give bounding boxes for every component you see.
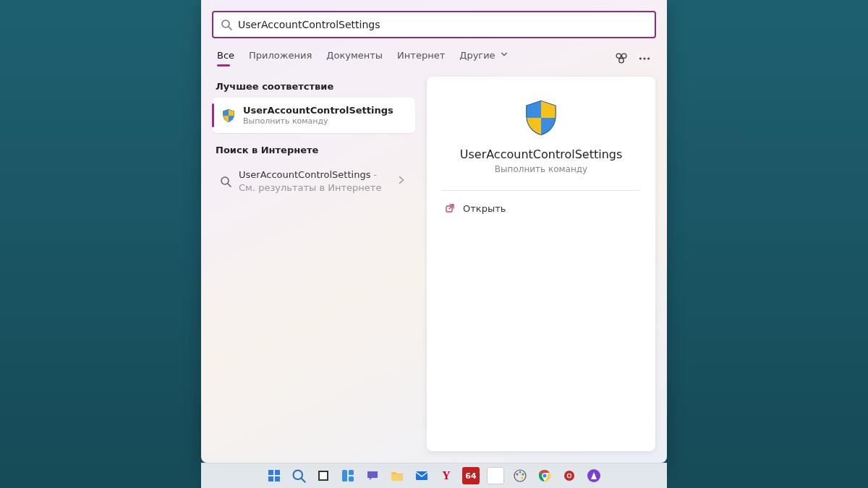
preview-subtitle: Выполнить команду bbox=[495, 164, 587, 174]
preview-panel: UserAccountControlSettings Выполнить ком… bbox=[427, 77, 655, 451]
search-icon bbox=[220, 176, 231, 187]
chat-icon[interactable] bbox=[364, 467, 381, 484]
best-match-header: Лучшее соответствие bbox=[216, 81, 412, 92]
search-panel: Все Приложения Документы Интернет Другие… bbox=[201, 0, 667, 463]
uac-shield-icon bbox=[522, 98, 561, 137]
search-box[interactable] bbox=[212, 11, 656, 38]
more-icon[interactable] bbox=[638, 52, 651, 65]
tab-more[interactable]: Другие bbox=[459, 50, 509, 67]
tab-apps[interactable]: Приложения bbox=[249, 50, 312, 67]
filter-tabs: Все Приложения Документы Интернет Другие bbox=[217, 50, 651, 67]
paint-icon[interactable] bbox=[511, 467, 529, 484]
tab-more-label: Другие bbox=[459, 50, 495, 61]
document-icon[interactable] bbox=[487, 467, 504, 484]
taskbar-search-icon[interactable] bbox=[290, 467, 307, 484]
web-search-header: Поиск в Интернете bbox=[216, 145, 412, 155]
start-icon[interactable] bbox=[265, 467, 283, 484]
search-input[interactable] bbox=[238, 19, 647, 30]
best-match-subtitle: Выполнить команду bbox=[243, 116, 393, 126]
best-match-item[interactable]: UserAccountControlSettings Выполнить ком… bbox=[213, 98, 415, 133]
tab-documents[interactable]: Документы bbox=[326, 50, 383, 67]
alice-icon[interactable] bbox=[585, 467, 603, 484]
preview-title: UserAccountControlSettings bbox=[460, 147, 623, 161]
open-action[interactable]: Открыть bbox=[441, 191, 641, 214]
chevron-down-icon bbox=[500, 50, 509, 61]
web-result-text: UserAccountControlSettings - См. результ… bbox=[239, 168, 389, 194]
open-external-icon bbox=[444, 202, 456, 214]
uac-shield-icon bbox=[221, 108, 236, 123]
chrome-icon[interactable] bbox=[536, 467, 553, 484]
widgets-icon[interactable] bbox=[339, 467, 357, 484]
task-view-icon[interactable] bbox=[315, 467, 332, 484]
open-label: Открыть bbox=[463, 203, 506, 214]
aida64-icon[interactable]: 64 bbox=[462, 467, 480, 484]
results-column: Лучшее соответствие UserAccountControlSe… bbox=[213, 77, 415, 451]
best-match-title: UserAccountControlSettings bbox=[243, 105, 393, 116]
web-result-item[interactable]: UserAccountControlSettings - См. результ… bbox=[213, 161, 415, 201]
web-result-title: UserAccountControlSettings bbox=[239, 169, 370, 180]
mail-icon[interactable] bbox=[413, 467, 430, 484]
taskbar: Y 64 bbox=[201, 463, 667, 488]
search-icon bbox=[221, 19, 232, 30]
chevron-right-icon bbox=[396, 175, 407, 187]
file-explorer-icon[interactable] bbox=[388, 467, 406, 484]
tab-web[interactable]: Интернет bbox=[397, 50, 445, 67]
record-icon[interactable] bbox=[561, 467, 578, 484]
yandex-icon[interactable]: Y bbox=[438, 467, 455, 484]
chat-overlay-icon[interactable] bbox=[615, 52, 628, 65]
tab-all[interactable]: Все bbox=[217, 50, 234, 67]
